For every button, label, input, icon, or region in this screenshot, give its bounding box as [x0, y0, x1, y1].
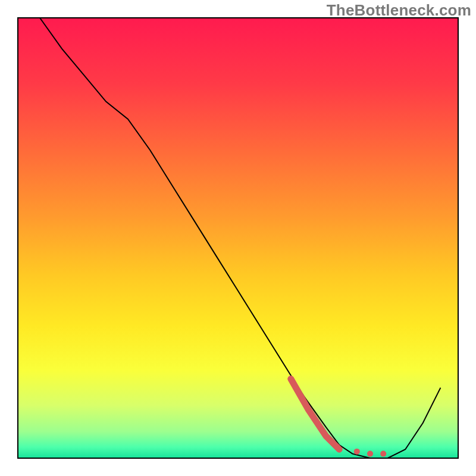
highlight-dot: [367, 451, 373, 457]
watermark-text: TheBottleneck.com: [327, 1, 471, 20]
plot-background: [18, 18, 458, 458]
chart-container: TheBottleneck.com: [0, 0, 476, 476]
highlight-dot: [380, 451, 386, 457]
highlight-dot: [336, 446, 342, 452]
highlight-dot: [354, 449, 360, 455]
bottleneck-chart: [0, 0, 476, 476]
